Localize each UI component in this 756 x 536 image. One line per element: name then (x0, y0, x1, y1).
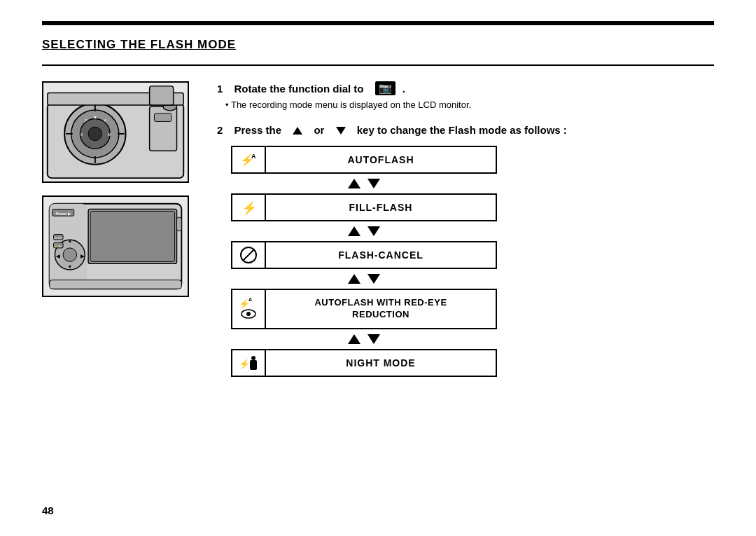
camera-top-view: ▲ P A S M (42, 81, 189, 183)
down-arrow-icon (336, 127, 346, 135)
autoflash-icon: ⚡ A (232, 147, 266, 172)
svg-text:Power ▶: Power ▶ (55, 212, 71, 216)
flash-cancel-label: FLASH-CANCEL (266, 249, 496, 261)
arrow-down-3 (368, 274, 380, 284)
flash-cancel-icon (232, 242, 266, 268)
arrow-up-4 (348, 334, 360, 344)
right-content: 1 Rotate the function dial to 📷 . • The … (196, 81, 714, 390)
top-bar (42, 21, 714, 25)
step-2-post: key to change the Flash mode as follows … (357, 123, 567, 139)
section-title: SELECTING THE FLASH MODE (42, 38, 714, 52)
svg-text:A: A (104, 118, 106, 123)
camera-function-icon: 📷 (375, 81, 396, 95)
svg-text:⚡: ⚡ (239, 358, 251, 370)
up-arrow-icon (293, 127, 302, 135)
arrow-down-2 (368, 226, 380, 236)
step-1-bullet: • The recording mode menu is displayed o… (217, 99, 714, 110)
arrows-row-4 (231, 329, 497, 349)
step-2-pre: Press the (234, 123, 282, 139)
svg-text:⚡/AF: ⚡/AF (54, 244, 62, 249)
arrow-down-4 (368, 334, 380, 344)
page: SELECTING THE FLASH MODE (0, 0, 756, 536)
arrow-up-3 (348, 274, 360, 284)
fill-flash-icon: ⚡ (232, 195, 266, 220)
step-1-heading: 1 Rotate the function dial to 📷 . (217, 81, 714, 95)
arrow-down-1 (368, 179, 380, 188)
step-2: 2 Press the or key to change the Flash m… (217, 123, 714, 377)
camera-front-view: Power ▶ ▲ ▼ ◀ ▶ W 6/S ⚡/AF (42, 195, 189, 297)
autoflash-box: ⚡ A AUTOFLASH (231, 146, 497, 174)
svg-text:A: A (248, 297, 252, 302)
svg-rect-18 (150, 86, 174, 105)
svg-point-46 (246, 312, 251, 316)
arrow-up-1 (348, 179, 360, 188)
svg-rect-21 (90, 211, 175, 261)
arrow-up-2 (348, 226, 360, 236)
flash-diagram: ⚡ A AUTOFLASH (231, 146, 714, 377)
svg-rect-48 (250, 360, 257, 370)
svg-point-27 (63, 248, 76, 261)
svg-text:▼: ▼ (67, 264, 72, 269)
arrows-row-3 (231, 269, 497, 289)
svg-point-4 (88, 127, 102, 140)
night-mode-icon: ⚡ (232, 350, 266, 376)
svg-text:⚡: ⚡ (241, 200, 258, 216)
step-2-or: or (314, 123, 324, 139)
svg-rect-37 (177, 217, 182, 231)
arrows-row-2 (231, 221, 497, 241)
night-mode-box: ⚡ NIGHT MODE (231, 349, 497, 377)
svg-text:▲: ▲ (92, 114, 97, 119)
svg-text:W 6/S: W 6/S (54, 236, 62, 240)
red-eye-label: AUTOFLASH WITH RED-EYE REDUCTION (266, 297, 496, 321)
page-number: 48 (42, 504, 54, 516)
main-content: ▲ P A S M (42, 81, 714, 390)
svg-text:▲: ▲ (67, 238, 72, 243)
svg-text:S: S (80, 132, 83, 137)
red-eye-icon: ⚡ A (232, 290, 266, 328)
title-rule (42, 64, 714, 66)
flash-cancel-box: FLASH-CANCEL (231, 241, 497, 269)
fill-flash-label: FILL-FLASH (266, 202, 496, 213)
fill-flash-box: ⚡ FILL-FLASH (231, 193, 497, 221)
step-1-text: Rotate the function dial to (234, 83, 364, 95)
step-1-number: 1 (217, 83, 223, 95)
step-2-number: 2 (217, 123, 223, 139)
svg-text:◀: ◀ (55, 254, 60, 259)
svg-point-49 (251, 356, 255, 360)
svg-text:A: A (251, 153, 256, 160)
red-eye-box: ⚡ A AUTOFLASH WITH RED-EYE REDUCTION (231, 289, 497, 329)
step-2-heading: 2 Press the or key to change the Flash m… (217, 123, 714, 139)
svg-line-42 (243, 249, 254, 261)
svg-text:P: P (85, 118, 88, 123)
arrows-row-1 (231, 174, 497, 193)
step-1: 1 Rotate the function dial to 📷 . • The … (217, 81, 714, 110)
night-mode-label: NIGHT MODE (266, 357, 496, 369)
autoflash-label: AUTOFLASH (266, 154, 496, 165)
camera-images: ▲ P A S M (42, 81, 196, 390)
svg-rect-15 (154, 114, 171, 122)
svg-text:M: M (108, 132, 111, 137)
svg-rect-36 (50, 280, 182, 289)
